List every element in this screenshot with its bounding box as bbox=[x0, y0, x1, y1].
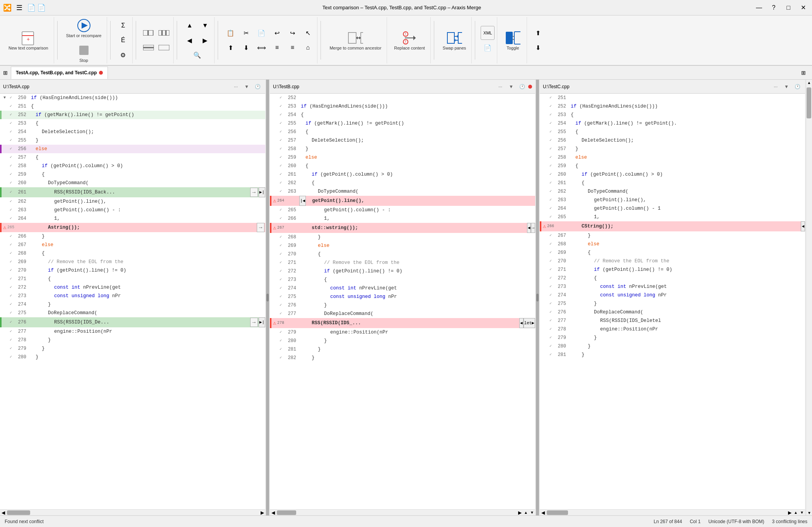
new-text-comparison-button[interactable]: + New text comparison bbox=[5, 29, 51, 52]
pane-a-history[interactable]: 🕐 bbox=[253, 82, 262, 91]
pane-c-vscroll[interactable]: ▲ ▼ bbox=[806, 80, 812, 515]
tabbar-grid-btn[interactable]: ⊞ bbox=[798, 67, 809, 78]
hscroll-down-b[interactable]: ▼ bbox=[529, 510, 535, 515]
linenum-b-256: 256 bbox=[284, 128, 299, 136]
splitter-ab[interactable] bbox=[266, 80, 269, 515]
linenum-c-274: 274 bbox=[554, 291, 569, 299]
hscroll-left-c[interactable]: ◀ bbox=[540, 510, 546, 515]
replace-label: Replace content bbox=[394, 46, 425, 50]
minimize-button[interactable]: — bbox=[753, 2, 765, 14]
toolbar-divider-4 bbox=[177, 21, 177, 60]
outdent-btn[interactable]: ≡ bbox=[285, 41, 299, 55]
hscroll-thumb-b[interactable] bbox=[277, 510, 296, 515]
cursor-btn[interactable]: ↖ bbox=[301, 26, 315, 40]
cut-btn[interactable]: ✂ bbox=[239, 26, 253, 40]
linenum-a-274: 274 bbox=[14, 300, 29, 309]
svg-rect-24 bbox=[458, 33, 462, 43]
splitter-bc[interactable] bbox=[536, 80, 539, 515]
arrow-up-btn[interactable]: ▲ bbox=[183, 19, 196, 33]
hscroll-right-c[interactable]: ▶ bbox=[786, 510, 793, 515]
hscroll-down-c[interactable]: ▼ bbox=[799, 510, 805, 515]
hscroll-right-b[interactable]: ▶ bbox=[517, 510, 523, 515]
arrow-left-btn[interactable]: ◀ bbox=[183, 33, 196, 47]
toggle-button[interactable]: Toggle bbox=[501, 29, 524, 52]
stop-button[interactable]: Stop bbox=[72, 41, 96, 64]
paste-btn[interactable]: 📄 bbox=[254, 26, 268, 40]
arrow-right-276[interactable]: → bbox=[250, 318, 258, 327]
pane-c-menu[interactable]: ··· bbox=[771, 82, 780, 91]
hscroll-thumb-a[interactable] bbox=[7, 510, 30, 515]
hscroll-thumb-c[interactable] bbox=[547, 510, 568, 515]
arrow-left-264[interactable]: |◀ bbox=[299, 196, 306, 206]
pane-a-dropdown[interactable]: ▼ bbox=[242, 82, 251, 91]
down-btn-2[interactable]: ⬇ bbox=[239, 41, 253, 55]
maximize-button[interactable]: □ bbox=[783, 2, 794, 14]
settings-button[interactable]: ⚙ bbox=[116, 48, 130, 62]
layout-row-1 bbox=[142, 26, 171, 40]
vscroll-thumb-c[interactable] bbox=[807, 87, 811, 118]
layout-btn-1[interactable] bbox=[142, 26, 155, 40]
pane-c-dropdown[interactable]: ▼ bbox=[782, 82, 791, 91]
check-b-256: ✓ bbox=[278, 128, 284, 136]
replace-content-button[interactable]: ! ! Replace content bbox=[391, 29, 428, 52]
arrow-left-c-266[interactable]: ◀ bbox=[801, 221, 805, 231]
close-button[interactable]: ✕ bbox=[797, 2, 809, 14]
merge-lines-btn[interactable]: ⟺ bbox=[254, 41, 268, 55]
search-btn[interactable]: 🔍 bbox=[190, 48, 204, 62]
collapse-icon[interactable]: ▼ bbox=[2, 94, 8, 102]
arrow-left-278[interactable]: ◀ bbox=[519, 318, 524, 328]
wrap-btn[interactable]: ⌂ bbox=[301, 41, 315, 55]
copy-btn[interactable]: 📋 bbox=[223, 26, 237, 40]
menu-icon[interactable]: ☰ bbox=[16, 3, 22, 12]
check-a-259: ✓ bbox=[8, 170, 14, 179]
pane-b-history[interactable]: 🕐 bbox=[517, 82, 527, 91]
end-arrow-btn-1[interactable]: ⬆ bbox=[531, 26, 545, 40]
hscroll-up-c[interactable]: ▲ bbox=[793, 510, 799, 515]
code-b-253: if (HasEngineAndLines(side())) bbox=[299, 102, 535, 111]
merge-ancestor-button[interactable]: Merge to common ancestor bbox=[326, 29, 384, 52]
edit-button[interactable]: É bbox=[116, 33, 130, 47]
pane-c-hscroll[interactable]: ◀ ▶ ▲ ▼ bbox=[540, 509, 805, 515]
layout-btn-3[interactable] bbox=[142, 41, 155, 55]
end-arrow-btn-2[interactable]: ⬇ bbox=[531, 41, 545, 55]
hscroll-left-b[interactable]: ◀ bbox=[270, 510, 276, 515]
expand-278[interactable]: let▶ bbox=[524, 318, 535, 328]
sigma-button[interactable]: Σ bbox=[116, 19, 130, 33]
code-b-258: } bbox=[299, 145, 535, 153]
arrow-left-267[interactable]: ◀ bbox=[527, 223, 531, 233]
main-tab[interactable]: TestA.cpp, TestB.cpp, and TestC.cpp bbox=[11, 67, 108, 79]
expand-276[interactable]: ▶| bbox=[259, 317, 265, 327]
arrow-right-261[interactable]: → bbox=[250, 188, 258, 197]
vscroll-up-c[interactable]: ▲ bbox=[806, 80, 812, 85]
undo-btn[interactable]: ↩ bbox=[270, 26, 284, 40]
expand-261[interactable]: ▶| bbox=[259, 187, 265, 197]
help-button[interactable]: ? bbox=[768, 2, 780, 14]
pane-b-menu[interactable]: ··· bbox=[496, 82, 505, 91]
hscroll-right-a[interactable]: ▶ bbox=[259, 510, 265, 515]
redo-btn[interactable]: ↪ bbox=[285, 26, 299, 40]
start-recompare-button[interactable]: Start or recompare bbox=[63, 16, 105, 39]
pane-b-hscroll[interactable]: ◀ ▶ ▲ ▼ bbox=[270, 509, 535, 515]
swap-panes-button[interactable]: Swap panes bbox=[440, 29, 469, 52]
pane-b-dropdown[interactable]: ▼ bbox=[507, 82, 516, 91]
arrow-right-btn[interactable]: ▶ bbox=[198, 33, 212, 47]
arrow-right-265[interactable]: → bbox=[257, 223, 264, 232]
pane-a-menu[interactable]: ··· bbox=[231, 82, 241, 91]
layout-btn-4[interactable] bbox=[157, 41, 171, 55]
arrow-down-btn[interactable]: ▼ bbox=[198, 19, 212, 33]
up-btn-2[interactable]: ⬆ bbox=[223, 41, 237, 55]
vscroll-down-c[interactable]: ▼ bbox=[806, 510, 812, 515]
svg-rect-8 bbox=[162, 30, 165, 36]
indent-btn[interactable]: ≡ bbox=[270, 41, 284, 55]
arrow-right-267[interactable]: → bbox=[531, 223, 535, 233]
line-c-265: ✓ 265 1, bbox=[540, 213, 805, 221]
pane-c-history[interactable]: 🕐 bbox=[793, 82, 802, 91]
linenum-a-258: 258 bbox=[14, 162, 29, 170]
pane-a-hscroll[interactable]: ◀ ▶ bbox=[0, 509, 265, 515]
hscroll-up-b[interactable]: ▲ bbox=[523, 510, 529, 515]
layout-btn-2[interactable] bbox=[157, 26, 171, 40]
encoding-info: Unicode (UTF-8 with BOM) bbox=[708, 519, 764, 524]
xml-btn[interactable]: XML bbox=[481, 26, 495, 40]
hscroll-left-a[interactable]: ◀ bbox=[0, 510, 6, 515]
misc-btn-2[interactable]: 📄 bbox=[481, 41, 495, 55]
